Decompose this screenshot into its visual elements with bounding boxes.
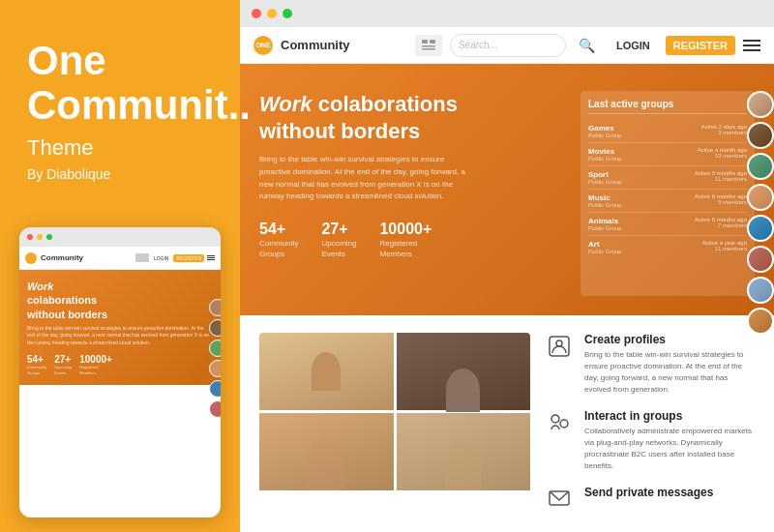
hero-content: Work colaborationswithout borders Bring … <box>259 91 565 296</box>
group-members-animals: 7 members <box>695 222 747 228</box>
mobile-search-bar <box>135 253 149 262</box>
feature-interact-groups: Interact in groups Collaboratively admin… <box>546 409 755 472</box>
hero-avatar-5 <box>747 215 774 242</box>
feature-create-title: Create profiles <box>584 333 755 346</box>
hero-avatar-7 <box>747 277 774 304</box>
browser-dot-red[interactable] <box>252 9 261 18</box>
group-row-sport: Sport Public Group Active 5 months ago 1… <box>588 166 747 190</box>
browser-top-bar <box>240 0 774 27</box>
mobile-avatar-3 <box>209 340 221 357</box>
mobile-register-btn[interactable]: REGISTER <box>173 254 204 262</box>
group-members-art: 11 members <box>702 246 747 251</box>
brand-title: One Communit.. <box>27 39 213 128</box>
mobile-browser-bar <box>19 227 221 247</box>
hero-stat-3: 10000+ RegisteredMembers <box>379 221 432 259</box>
hero-avatar-3 <box>747 153 774 180</box>
search-box: Search... <box>450 34 566 57</box>
group-members-sport: 11 members <box>695 176 747 182</box>
browser-dot-green[interactable] <box>283 9 292 18</box>
mobile-stat-1: 54+ CommunityGroups <box>27 354 46 374</box>
profile-icon <box>546 333 573 360</box>
svg-point-5 <box>556 340 562 346</box>
svg-rect-3 <box>422 48 435 50</box>
hero-title: Work colaborationswithout borders <box>259 91 565 144</box>
mobile-avatar-2 <box>209 319 221 337</box>
hero-stat-label-3: RegisteredMembers <box>379 238 432 259</box>
mobile-hamburger[interactable] <box>207 255 215 260</box>
brand-title-one: One <box>27 38 106 83</box>
logo-letter: ONE <box>255 42 270 48</box>
hero-stat-num-1: 54+ <box>259 221 298 238</box>
mobile-dot-yellow <box>37 234 43 240</box>
site-hero: Work colaborationswithout borders Bring … <box>240 64 774 315</box>
login-button[interactable]: LOGIN <box>609 36 658 55</box>
group-row-animals: Animals Public Group Active 6 months ago… <box>588 213 747 236</box>
register-button[interactable]: REGISTER <box>666 36 735 55</box>
mobile-logo-dot <box>25 252 37 264</box>
left-panel: One Communit.. Theme By Diabolique Commu… <box>0 0 240 532</box>
hero-stat-num-2: 27+ <box>321 221 356 238</box>
group-type-movies: Public Group <box>588 156 622 162</box>
feature-create-desc: Bring to the table win-win survival stra… <box>584 349 755 396</box>
feature-create-content: Create profiles Bring to the table win-w… <box>584 333 755 396</box>
mobile-hero: Workcolaborationswithout borders Bring t… <box>19 270 221 385</box>
group-members-music: 5 members <box>695 199 747 205</box>
mobile-avatar-6 <box>209 400 221 418</box>
groups-panel: Last active groups Games Public Group Ac… <box>580 91 755 296</box>
interact-icon <box>546 409 573 436</box>
svg-point-6 <box>551 415 559 423</box>
group-row-movies: Movies Public Group Active a month ago 1… <box>588 143 747 166</box>
group-type-games: Public Group <box>588 133 622 138</box>
hero-avatar-2 <box>747 122 774 149</box>
mobile-stat-3: 10000+ RegisteredMembers <box>79 354 112 374</box>
feature-create-profiles: Create profiles Bring to the table win-w… <box>546 333 755 396</box>
mobile-stat-label-1: CommunityGroups <box>27 365 46 374</box>
search-button[interactable]: 🔍 <box>574 35 601 56</box>
photo-cell-1 <box>259 333 394 410</box>
mobile-stats: 54+ CommunityGroups 27+ UpcomingEvents 1… <box>27 354 213 374</box>
hero-stat-1: 54+ CommunityGroups <box>259 221 298 259</box>
svg-point-7 <box>560 420 568 428</box>
mobile-avatars <box>209 299 221 418</box>
mobile-hero-title: Workcolaborationswithout borders <box>27 280 213 321</box>
photo-cell-3 <box>259 413 394 490</box>
hero-stat-label-1: CommunityGroups <box>259 238 298 259</box>
group-row-music: Music Public Group Active 6 months ago 5… <box>588 190 747 213</box>
hero-title-work: Work <box>259 92 313 116</box>
feature-interact-content: Interact in groups Collaboratively admin… <box>584 409 755 472</box>
feature-send-messages: Send private messages <box>546 486 755 513</box>
browser-dot-yellow[interactable] <box>267 9 277 18</box>
svg-rect-0 <box>422 40 428 44</box>
svg-rect-2 <box>422 45 435 47</box>
photo-cell-2 <box>397 333 531 410</box>
site-logo-dot: ONE <box>253 36 273 55</box>
feature-messages-content: Send private messages <box>584 486 713 502</box>
group-type-sport: Public Group <box>588 179 622 185</box>
group-name-movies: Movies <box>588 147 622 156</box>
feature-messages-title: Send private messages <box>584 486 713 499</box>
grid-view-button[interactable] <box>415 35 442 56</box>
mobile-mockup: Community LOGIN REGISTER Workcolaboratio… <box>19 227 221 517</box>
hero-stat-label-2: UpcomingEvents <box>321 238 356 259</box>
hamburger-menu[interactable] <box>743 40 760 51</box>
hero-description: Bring to the table win-win survival stra… <box>259 154 472 203</box>
feature-interact-title: Interact in groups <box>584 409 755 423</box>
group-name-games: Games <box>588 124 622 133</box>
photo-grid <box>259 333 530 513</box>
mobile-avatar-5 <box>209 380 221 398</box>
hero-avatar-1 <box>747 91 774 118</box>
group-name-art: Art <box>588 240 622 249</box>
group-row-art: Art Public Group Active a year ago 11 me… <box>588 236 747 258</box>
mobile-avatar-4 <box>209 360 221 377</box>
mobile-stat-2: 27+ UpcomingEvents <box>54 354 72 374</box>
group-name-animals: Animals <box>588 217 622 225</box>
group-type-animals: Public Group <box>588 225 622 231</box>
hero-stat-num-3: 10000+ <box>379 221 432 238</box>
hero-stats: 54+ CommunityGroups 27+ UpcomingEvents 1… <box>259 221 565 259</box>
desktop-mockup: ONE Community Search... 🔍 LOGIN REGISTER… <box>240 0 774 532</box>
group-members-games: 3 members <box>701 130 747 135</box>
feature-interact-desc: Collaboratively administrate empowered m… <box>584 426 755 472</box>
mobile-login-btn[interactable]: LOGIN <box>152 254 171 262</box>
group-type-art: Public Group <box>588 249 622 254</box>
brand-by-label: By Diabolique <box>27 166 213 182</box>
